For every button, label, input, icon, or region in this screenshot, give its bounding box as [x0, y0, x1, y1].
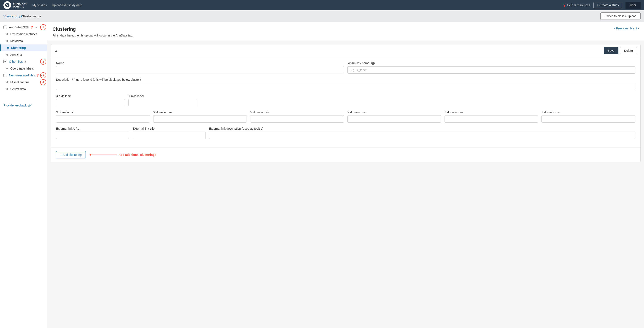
anndata-sub-label: AnnData: [10, 53, 22, 56]
breadcrumb: View study /Study_name: [4, 14, 600, 18]
z-domain-min-input[interactable]: [444, 115, 538, 123]
svg-point-0: [5, 3, 10, 7]
coordinate-labels-label: Coordinate labels: [10, 67, 34, 70]
logo[interactable]: Single Cell PORTAL: [4, 1, 27, 9]
sidebar-item-expression-matrices[interactable]: Expression matrices: [0, 31, 47, 37]
description-group: Description / Figure legend (this will b…: [56, 78, 635, 90]
step-1-circle: 1: [40, 24, 46, 30]
miscellaneous-label: Miscellaneous: [10, 80, 30, 84]
sub-header: View study /Study_name Switch to classic…: [0, 10, 644, 22]
chevron-up-icon: ▲: [35, 26, 38, 29]
dot-icon: [6, 33, 8, 35]
x-axis-input[interactable]: [56, 99, 125, 106]
add-clustering-button[interactable]: + Add clustering: [56, 151, 86, 159]
ext-title-label: External link title: [133, 127, 206, 130]
z-domain-min-group: Z domain min: [444, 111, 538, 123]
y-domain-min-input[interactable]: [250, 115, 344, 123]
name-input[interactable]: [56, 66, 344, 73]
main-layout: + AnnData BETA ❓ ▲ 1 Expression matrices…: [0, 22, 644, 328]
ext-title-group: External link title: [133, 127, 206, 139]
nav-right: ❓ Help & resources + Create a study User: [562, 2, 640, 8]
dot-icon: [6, 81, 8, 83]
x-domain-max-group: X domain max: [153, 111, 247, 123]
top-navigation: Single Cell PORTAL My studies Upload/Edi…: [0, 0, 644, 10]
sidebar-item-anndata[interactable]: + AnnData BETA ❓ ▲ 1: [0, 24, 47, 31]
create-study-button[interactable]: + Create a study: [594, 2, 622, 8]
delete-button[interactable]: Delete: [620, 47, 637, 54]
help-icon: ❓: [562, 3, 566, 7]
sidebar-item-non-visualized[interactable]: + Non-visualized files ❓ ▲ 2: [0, 72, 47, 79]
y-domain-min-label: Y domain min: [250, 111, 344, 114]
arrow-annotation: Add additional clusterings: [91, 153, 156, 157]
help-btn[interactable]: ❓ Help & resources: [562, 3, 590, 7]
z-domain-max-group: Z domain max: [542, 111, 635, 123]
x-domain-min-input[interactable]: [56, 115, 150, 123]
nav-links: My studies Upload/Edit study data: [32, 3, 562, 7]
svg-point-4: [6, 6, 7, 6]
metadata-label: Metadata: [10, 39, 23, 43]
clustering-form-card: ▲ Save Delete Name .obsm key name: [51, 44, 640, 162]
sidebar-item-metadata[interactable]: Metadata: [0, 37, 47, 44]
obsm-group: .obsm key name ?: [347, 61, 635, 74]
dot-icon: [6, 68, 8, 69]
name-label: Name: [56, 61, 344, 65]
my-studies-link[interactable]: My studies: [32, 3, 47, 7]
z-domain-max-label: Z domain max: [542, 111, 635, 114]
y-domain-min-group: Y domain min: [250, 111, 344, 123]
next-button[interactable]: Next ›: [630, 26, 639, 30]
annotation-text: Add additional clusterings: [118, 153, 156, 157]
z-domain-min-label: Z domain min: [444, 111, 538, 114]
dot-icon: [7, 47, 9, 49]
ext-url-input[interactable]: [56, 132, 129, 139]
plus-icon: +: [4, 25, 7, 29]
sidebar-item-other-files[interactable]: + Other files ▲ 3: [0, 58, 47, 65]
dot-icon: [6, 54, 8, 56]
save-button[interactable]: Save: [604, 47, 618, 54]
plus-icon: +: [4, 60, 7, 63]
page-title: Clustering: [52, 26, 133, 32]
sidebar-item-seurat-data[interactable]: Seurat data: [0, 86, 47, 93]
z-domain-max-input[interactable]: [542, 115, 635, 123]
sidebar-item-clustering[interactable]: Clustering: [0, 44, 47, 51]
sidebar-item-coordinate-labels[interactable]: Coordinate labels: [0, 65, 47, 72]
previous-button[interactable]: ‹ Previous: [614, 26, 628, 30]
add-clustering-section: + Add clustering Add additional clusteri…: [51, 148, 640, 162]
x-domain-max-input[interactable]: [153, 115, 247, 123]
sidebar: + AnnData BETA ❓ ▲ 1 Expression matrices…: [0, 22, 47, 328]
user-button[interactable]: User: [626, 2, 640, 8]
form-body: Name .obsm key name ? Description /: [51, 57, 640, 148]
y-domain-max-group: Y domain max: [347, 111, 441, 123]
provide-feedback-link[interactable]: Provide feedback 🔗: [0, 101, 47, 110]
sidebar-item-anndata-sub[interactable]: AnnData: [0, 51, 47, 58]
step-4-circle: 4: [40, 79, 46, 85]
form-actions: Save Delete: [604, 47, 637, 54]
y-domain-max-label: Y domain max: [347, 111, 441, 114]
collapse-icon[interactable]: ▲: [54, 49, 58, 53]
beta-badge: BETA: [22, 26, 29, 29]
svg-point-2: [8, 4, 8, 5]
study-name: Study_name: [22, 14, 41, 18]
upload-edit-link[interactable]: Upload/Edit study data: [52, 3, 82, 7]
non-visualized-label: Non-visualized files: [9, 74, 35, 77]
dot-icon: [6, 40, 8, 42]
x-domain-min-group: X domain min: [56, 111, 150, 123]
content-description: Fill in data here, the file upload will …: [52, 34, 133, 37]
view-study-link[interactable]: View study /: [4, 14, 22, 18]
description-label: Description / Figure legend (this will b…: [56, 78, 635, 81]
form-card-header: ▲ Save Delete: [51, 44, 640, 57]
arrow-icon: [91, 155, 117, 155]
dot-icon: [6, 88, 8, 90]
domain-row: X domain min X domain max Y domain min Y…: [56, 111, 635, 123]
description-input[interactable]: [56, 83, 635, 90]
obsm-help-icon: ?: [371, 62, 375, 65]
ext-desc-input[interactable]: [209, 132, 635, 139]
y-domain-max-input[interactable]: [347, 115, 441, 123]
ext-title-input[interactable]: [133, 132, 206, 139]
axis-label-row: X axis label Y axis label: [56, 94, 635, 106]
y-axis-input[interactable]: [128, 99, 197, 106]
classic-upload-button[interactable]: Switch to classic upload: [600, 12, 640, 20]
obsm-input[interactable]: [347, 66, 635, 74]
step-3-circle: 3: [40, 59, 46, 65]
sidebar-item-miscellaneous[interactable]: Miscellaneous 4: [0, 79, 47, 86]
external-links-row: External link URL External link title Ex…: [56, 127, 635, 139]
